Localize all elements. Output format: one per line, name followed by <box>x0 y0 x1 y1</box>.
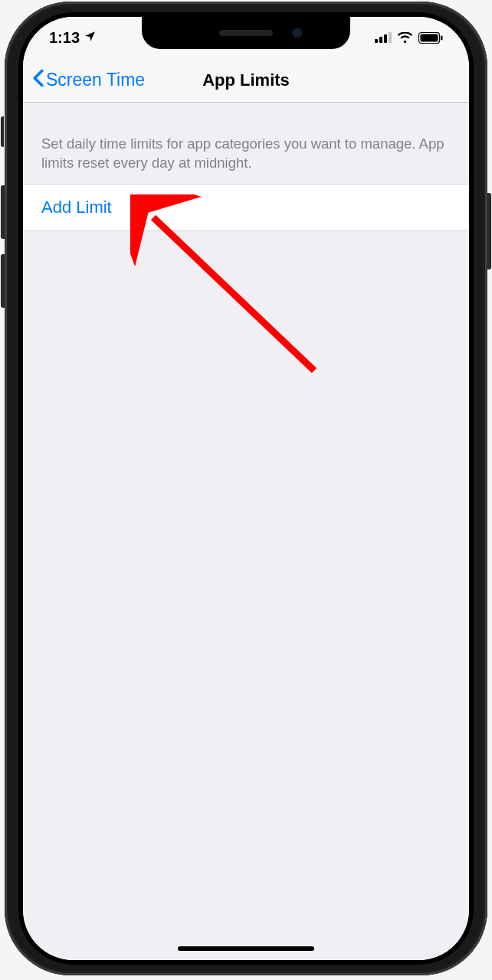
home-indicator[interactable] <box>178 946 314 951</box>
location-icon <box>84 29 97 47</box>
svg-rect-5 <box>421 34 438 41</box>
section-description: Set daily time limits for app categories… <box>23 103 469 184</box>
back-label: Screen Time <box>46 70 145 90</box>
phone-screen: 1:13 <box>23 17 469 960</box>
svg-rect-3 <box>389 32 392 43</box>
add-limit-button[interactable]: Add Limit <box>23 184 469 231</box>
settings-content: Set daily time limits for app categories… <box>23 103 469 960</box>
svg-rect-1 <box>379 37 382 43</box>
svg-rect-6 <box>441 35 443 40</box>
status-time: 1:13 <box>49 29 80 47</box>
speaker-grille <box>219 30 273 36</box>
phone-notch <box>142 17 350 49</box>
svg-rect-0 <box>375 39 378 43</box>
phone-bezel: 1:13 <box>18 12 474 965</box>
cellular-signal-icon <box>375 32 392 43</box>
chevron-left-icon <box>32 69 44 92</box>
back-button[interactable]: Screen Time <box>23 69 145 92</box>
front-camera <box>292 28 303 38</box>
nav-bar: Screen Time App Limits <box>23 58 469 103</box>
svg-rect-2 <box>384 34 387 43</box>
wifi-icon <box>397 32 413 44</box>
battery-icon <box>418 32 443 44</box>
phone-frame: 1:13 <box>5 2 487 975</box>
